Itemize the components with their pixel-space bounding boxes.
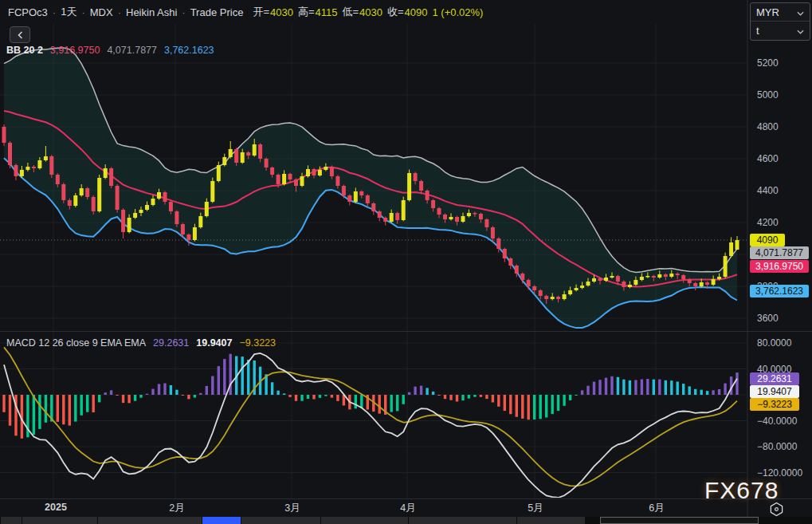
unit-dropdown[interactable]: t (751, 21, 810, 39)
symbol-header: FCPOc3 · 1天 · MDX · Heikin Ashi · Trade … (8, 5, 483, 19)
close-label: 收= (387, 5, 404, 19)
chevron-down-icon (797, 25, 804, 37)
time-axis-label: 2月 (153, 502, 201, 515)
strip-segment[interactable] (22, 517, 97, 524)
price-tick-label: 5200 (757, 57, 810, 69)
currency-value: MYR (756, 6, 779, 18)
currency-dropdown[interactable]: MYR (751, 3, 810, 21)
macd-title: MACD 12 26 close 9 EMA EMA (6, 337, 146, 349)
strip-segment[interactable] (0, 517, 22, 524)
bb-lower-value: 3,762.1623 (164, 45, 214, 56)
chevron-left-icon (18, 28, 23, 42)
time-axis-label: 5月 (512, 502, 559, 515)
bb-indicator-row[interactable]: BB 20 2 3,916.9750 4,071.7877 3,762.1623 (6, 45, 214, 56)
bottom-strip (0, 517, 812, 524)
price-badge: 4,071.7877 (750, 246, 809, 259)
time-axis-label: 3月 (269, 502, 316, 515)
high-label: 高= (298, 5, 315, 19)
strip-segment[interactable] (408, 517, 516, 524)
chart-style-label[interactable]: Heikin Ashi (126, 6, 177, 18)
price-badge: 3,916.9750 (750, 260, 809, 273)
macd-tick-label: −40.0000 (757, 416, 810, 427)
macd-indicator-row[interactable]: MACD 12 26 close 9 EMA EMA 29.2631 19.94… (6, 337, 276, 349)
price-type-label: Trade Price (190, 6, 244, 18)
trading-chart-app: FCPOc3 · 1天 · MDX · Heikin Ashi · Trade … (0, 0, 812, 524)
macd-tick-label: 80.0000 (757, 337, 810, 349)
macd-hist-value: 29.2631 (153, 337, 189, 349)
symbol-name[interactable]: FCPOc3 (8, 6, 48, 18)
low-value: 4030 (359, 6, 382, 18)
price-tick-label: 4400 (757, 185, 810, 196)
macd-line-value: 19.9407 (196, 337, 232, 349)
price-tick-label: 4200 (757, 217, 810, 228)
macd-tick-label: −80.0000 (757, 441, 810, 452)
time-axis-label: 2025 (32, 502, 80, 513)
strip-right-box[interactable] (600, 517, 759, 524)
price-tick-label: 4600 (757, 153, 810, 164)
exchange-label: MDX (90, 6, 113, 18)
time-axis-label: 6月 (633, 502, 681, 515)
price-badge: 3,762.1623 (750, 285, 809, 297)
price-tick-label: 3600 (757, 313, 810, 324)
price-badge: 4090 (750, 234, 785, 246)
close-value: 4090 (405, 6, 428, 18)
separator-dot: · (182, 6, 185, 18)
back-button[interactable] (10, 26, 30, 43)
time-axis-label: 4月 (384, 502, 432, 515)
strip-segment[interactable] (97, 517, 202, 524)
bb-title: BB 20 2 (6, 45, 43, 56)
separator-dot: · (118, 6, 121, 18)
watermark-text: FX678 (704, 477, 779, 504)
macd-badge: −9.3223 (750, 398, 799, 411)
interval-label[interactable]: 1天 (61, 5, 76, 19)
strip-segment[interactable] (516, 517, 585, 524)
macd-badge: 29.2631 (750, 372, 799, 385)
change-value: 1 (+0.02%) (432, 6, 483, 18)
chart-canvas (0, 0, 812, 524)
bb-basis-value: 3,916.9750 (50, 45, 100, 56)
macd-signal-value: −9.3223 (239, 337, 276, 349)
unit-value: t (756, 25, 759, 37)
strip-segment-active[interactable] (202, 517, 241, 524)
separator-dot: · (81, 6, 84, 18)
strip-segment[interactable] (241, 517, 320, 524)
price-tick-label: 4800 (757, 121, 810, 132)
bb-upper-value: 4,071.7877 (107, 45, 157, 56)
price-tick-label: 5000 (757, 89, 810, 100)
low-label: 低= (342, 5, 359, 19)
chevron-down-icon (797, 6, 804, 18)
scale-settings-box: MYR t (750, 2, 810, 41)
macd-badge: 19.9407 (750, 385, 799, 398)
strip-segment[interactable] (320, 517, 408, 524)
open-label: 开= (253, 5, 269, 19)
separator-dot: · (53, 6, 56, 18)
high-value: 4115 (315, 6, 337, 18)
open-value: 4030 (270, 6, 293, 18)
